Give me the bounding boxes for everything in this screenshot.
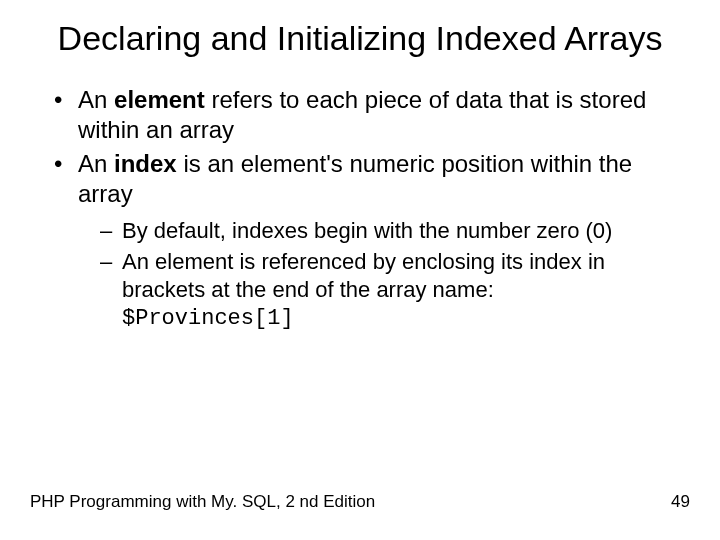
bold-element: element [114, 86, 205, 113]
bullet-item-index: An index is an element's numeric positio… [54, 149, 666, 333]
code-example: $Provinces[1] [122, 306, 294, 331]
text-fragment: An [78, 150, 114, 177]
bold-index: index [114, 150, 177, 177]
sub-bullet-zero: By default, indexes begin with the numbe… [100, 217, 666, 245]
text-fragment: An [78, 86, 114, 113]
bullet-item-element: An element refers to each piece of data … [54, 85, 666, 145]
sub-bullet-reference: An element is referenced by enclosing it… [100, 248, 666, 333]
text-fragment: An element is referenced by enclosing it… [122, 249, 605, 302]
slide: Declaring and Initializing Indexed Array… [0, 0, 720, 540]
footer-source: PHP Programming with My. SQL, 2 nd Editi… [30, 492, 375, 512]
slide-title: Declaring and Initializing Indexed Array… [30, 18, 690, 59]
sub-bullet-list: By default, indexes begin with the numbe… [78, 217, 666, 333]
page-number: 49 [671, 492, 690, 512]
footer: PHP Programming with My. SQL, 2 nd Editi… [30, 492, 690, 512]
bullet-list: An element refers to each piece of data … [30, 85, 666, 333]
